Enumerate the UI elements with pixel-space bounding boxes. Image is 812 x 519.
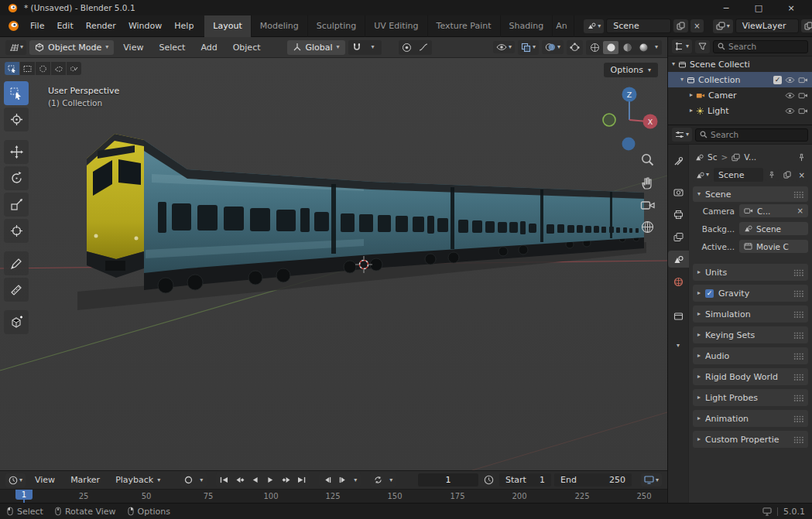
outliner-search[interactable]: [713, 40, 808, 53]
background-scene-field[interactable]: Scene: [739, 222, 808, 235]
unlink-scene-button[interactable]: ×: [796, 169, 808, 182]
panel-simulation[interactable]: ▸ Simulation: [693, 306, 808, 323]
step-back-button[interactable]: [320, 473, 334, 487]
panel-grip[interactable]: [793, 191, 803, 198]
mode-dropdown[interactable]: Object Mode ▾: [29, 40, 114, 55]
scene-name-field[interactable]: Scene: [606, 19, 671, 33]
gizmos-button[interactable]: [567, 40, 583, 55]
next-keyframe-button[interactable]: [279, 473, 293, 487]
timeline-menu-playback[interactable]: Playback ▾: [109, 473, 166, 487]
render-visibility-camera-icon[interactable]: [798, 77, 808, 84]
panel-units[interactable]: ▸ Units: [693, 264, 808, 281]
snap-options-button[interactable]: ▾: [365, 41, 381, 54]
prev-keyframe-button[interactable]: [232, 473, 247, 487]
gravity-checkbox[interactable]: ✓: [705, 289, 714, 298]
tool-transform-button[interactable]: [4, 219, 29, 243]
playback-display-dropdown[interactable]: ▾: [641, 473, 662, 487]
panel-rigid-body-world[interactable]: ▸ Rigid Body World: [693, 368, 808, 385]
panel-light-probes[interactable]: ▸ Light Probes: [693, 389, 808, 406]
viewport-3d[interactable]: Options ▾ User Perspective (1) Collectio…: [0, 58, 667, 470]
panel-grip[interactable]: [793, 269, 803, 276]
panel-animation[interactable]: ▸ Animation: [693, 410, 808, 427]
tab-world[interactable]: [668, 273, 689, 290]
play-reverse-button[interactable]: [248, 473, 262, 487]
jump-to-start-button[interactable]: [217, 473, 231, 487]
tool-cursor-button[interactable]: [4, 108, 29, 131]
sync-options[interactable]: ▾: [386, 473, 396, 487]
transform-orientation-dropdown[interactable]: Global ▾: [287, 40, 345, 55]
workspace-tab-uv-editing[interactable]: UV Editing: [365, 15, 427, 37]
tab-view-layer[interactable]: [668, 228, 689, 245]
tab-output[interactable]: [668, 206, 689, 223]
workspace-tab-sculpting[interactable]: Sculpting: [308, 15, 365, 37]
view-layer-browse-button[interactable]: ▾: [713, 19, 733, 33]
select-circle-button[interactable]: [36, 62, 50, 75]
select-lasso-button[interactable]: [51, 62, 66, 75]
play-button[interactable]: [263, 473, 278, 487]
workspace-tab-layout[interactable]: Layout: [204, 15, 251, 37]
panel-grip[interactable]: [793, 311, 803, 318]
chevron-down-icon[interactable]: ▾: [680, 77, 684, 83]
timeline-menu-view[interactable]: View: [29, 473, 61, 487]
select-box-button[interactable]: [20, 62, 35, 75]
playhead[interactable]: 1: [15, 490, 33, 500]
panel-grip[interactable]: [793, 332, 803, 339]
falloff-dropdown[interactable]: [416, 41, 431, 54]
eye-icon[interactable]: [785, 108, 795, 114]
breadcrumb-viewlayer[interactable]: V...: [744, 152, 756, 162]
scene-datablock-browse-button[interactable]: ▾: [693, 169, 712, 182]
panel-grip[interactable]: [793, 436, 803, 443]
properties-search-input[interactable]: [711, 130, 803, 139]
scene-datablock-name-field[interactable]: Scene: [714, 168, 763, 182]
select-tweak-button[interactable]: [5, 62, 19, 75]
current-frame-field[interactable]: 1: [418, 473, 478, 487]
panel-grip[interactable]: [793, 353, 803, 360]
outliner-search-input[interactable]: [728, 42, 803, 51]
active-clip-field[interactable]: Movie C: [739, 240, 808, 253]
chevron-right-icon[interactable]: ▸: [690, 108, 693, 114]
properties-editor-type-button[interactable]: ▾: [672, 128, 692, 142]
camera-view-icon[interactable]: [640, 199, 656, 211]
editor-type-button[interactable]: ▾: [5, 40, 26, 55]
xray-dropdown[interactable]: ▾: [518, 40, 539, 55]
visibility-dropdown[interactable]: ▾: [493, 41, 515, 53]
camera-property-field[interactable]: C... ×: [739, 204, 808, 217]
snap-toggle-button[interactable]: [349, 41, 365, 54]
timeline-ruler[interactable]: 25 50 75 100 125 150 175 200 225 250 1: [0, 489, 667, 503]
ortho-grid-icon[interactable]: [640, 220, 655, 234]
eye-icon[interactable]: [785, 77, 795, 84]
pan-hand-icon[interactable]: [640, 176, 655, 190]
tool-measure-button[interactable]: [4, 278, 29, 302]
panel-grip[interactable]: [793, 290, 803, 297]
panel-audio[interactable]: ▸ Audio: [693, 347, 808, 364]
menu-select[interactable]: Select: [152, 40, 191, 55]
shading-wireframe-button[interactable]: [587, 41, 602, 54]
workspace-tab-animation-truncated[interactable]: An: [553, 15, 574, 37]
jump-to-end-button[interactable]: [294, 473, 309, 487]
menu-render[interactable]: Render: [80, 18, 122, 34]
zoom-icon[interactable]: [640, 152, 655, 167]
tab-tool[interactable]: [668, 152, 689, 169]
menu-edit[interactable]: Edit: [50, 18, 79, 34]
menu-add[interactable]: Add: [194, 40, 223, 55]
view-layer-name-field[interactable]: ViewLayer: [735, 19, 799, 33]
select-paint-button[interactable]: [67, 62, 81, 75]
outliner-filter-button[interactable]: [695, 40, 710, 53]
tab-collection[interactable]: [668, 307, 689, 324]
outliner-row-collection[interactable]: ▾ Collection ✓: [668, 72, 812, 87]
more-tabs-chevron-icon[interactable]: ▾: [677, 343, 680, 349]
tab-render[interactable]: [668, 183, 689, 200]
options-dropdown[interactable]: Options ▾: [604, 63, 658, 77]
gizmo-y-axis[interactable]: [603, 114, 615, 126]
gizmo-minus-z-axis[interactable]: [622, 138, 636, 151]
tool-rotate-button[interactable]: [4, 166, 29, 190]
timeline-editor-type-button[interactable]: ▾: [5, 473, 26, 487]
scene-section-header[interactable]: ▾ Scene: [693, 186, 808, 202]
pin-icon[interactable]: [797, 153, 806, 162]
shading-material-button[interactable]: [619, 41, 635, 54]
render-visibility-camera-icon[interactable]: [798, 92, 808, 99]
panel-grip[interactable]: [793, 415, 803, 422]
properties-search[interactable]: [695, 128, 808, 142]
auto-keying-options[interactable]: ▾: [197, 473, 206, 487]
outliner-row-light[interactable]: ▸ Light: [668, 103, 812, 118]
